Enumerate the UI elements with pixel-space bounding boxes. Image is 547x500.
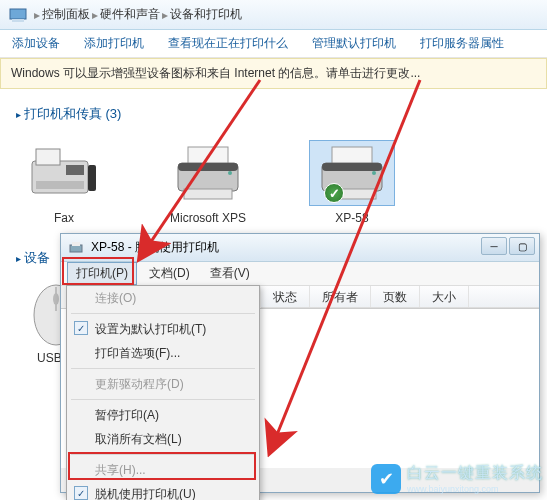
col-pages[interactable]: 页数 [371, 286, 420, 307]
dd-set-default[interactable]: ✓ 设置为默认打印机(T) [67, 317, 259, 341]
svg-point-16 [372, 171, 376, 175]
svg-rect-4 [66, 165, 84, 175]
svg-rect-3 [36, 149, 60, 165]
window-titlebar[interactable]: XP-58 - 脱机使用打印机 ─ ▢ [61, 234, 539, 262]
svg-rect-14 [322, 163, 382, 171]
menu-document[interactable]: 文档(D) [141, 263, 198, 284]
svg-rect-9 [178, 163, 238, 171]
separator [71, 368, 255, 369]
device-xp58[interactable]: ✓ XP-58 [304, 141, 400, 225]
dd-connect: 连接(O) [67, 286, 259, 310]
default-check-icon: ✓ [324, 183, 344, 203]
manage-default-link[interactable]: 管理默认打印机 [312, 35, 396, 52]
svg-rect-10 [184, 189, 232, 199]
svg-point-11 [228, 171, 232, 175]
printer-menu-dropdown: 连接(O) ✓ 设置为默认打印机(T) 打印首选项(F)... 更新驱动程序(D… [66, 285, 260, 500]
svg-rect-7 [188, 147, 228, 165]
check-icon: ✓ [74, 486, 88, 500]
svg-point-19 [53, 293, 59, 305]
device-label: Microsoft XPS [160, 211, 256, 225]
separator [71, 313, 255, 314]
breadcrumb-bar: ▸ 控制面板 ▸ 硬件和声音 ▸ 设备和打印机 [0, 0, 547, 30]
maximize-button[interactable]: ▢ [509, 237, 535, 255]
chevron-icon: ▸ [92, 8, 98, 22]
breadcrumb-item[interactable]: 硬件和声音 [100, 6, 160, 23]
dd-share: 共享(H)... [67, 458, 259, 482]
svg-rect-1 [12, 19, 24, 22]
dd-offline[interactable]: ✓ 脱机使用打印机(U) [67, 482, 259, 500]
check-icon: ✓ [74, 321, 88, 335]
separator [71, 454, 255, 455]
printer-small-icon [67, 239, 85, 257]
printer-icon [166, 141, 250, 205]
toolbar: 添加设备 添加打印机 查看现在正在打印什么 管理默认打印机 打印服务器属性 [0, 30, 547, 58]
chevron-icon: ▸ [34, 8, 40, 22]
fax-icon [22, 141, 106, 205]
printers-section-title[interactable]: 打印机和传真 (3) [16, 105, 531, 123]
svg-rect-20 [70, 245, 82, 252]
add-device-link[interactable]: 添加设备 [12, 35, 60, 52]
col-status[interactable]: 状态 [261, 286, 310, 307]
window-title: XP-58 - 脱机使用打印机 [91, 239, 219, 256]
dd-pause[interactable]: 暂停打印(A) [67, 403, 259, 427]
col-owner[interactable]: 所有者 [310, 286, 371, 307]
svg-rect-5 [88, 165, 96, 191]
col-size[interactable]: 大小 [420, 286, 469, 307]
watermark-text: 白云一键重装系统 [407, 463, 543, 484]
breadcrumb-item[interactable]: 设备和打印机 [170, 6, 242, 23]
svg-rect-12 [332, 147, 372, 165]
printer-grid: Fax Microsoft XPS [16, 133, 531, 241]
svg-rect-21 [72, 242, 80, 246]
queue-menubar: 打印机(P) 文档(D) 查看(V) [61, 262, 539, 286]
printer-icon: ✓ [310, 141, 394, 205]
dd-cancel-all[interactable]: 取消所有文档(L) [67, 427, 259, 451]
watermark: ✔ 白云一键重装系统 www.baiyunxitong.com [371, 463, 543, 494]
queue-column-headers: 状态 所有者 页数 大小 [261, 286, 539, 308]
watermark-logo-icon: ✔ [371, 464, 401, 494]
see-printing-link[interactable]: 查看现在正在打印什么 [168, 35, 288, 52]
minimize-button[interactable]: ─ [481, 237, 507, 255]
dd-preferences[interactable]: 打印首选项(F)... [67, 341, 259, 365]
add-printer-link[interactable]: 添加打印机 [84, 35, 144, 52]
svg-rect-0 [10, 9, 26, 19]
device-xps[interactable]: Microsoft XPS [160, 141, 256, 225]
separator [71, 399, 255, 400]
info-banner[interactable]: Windows 可以显示增强型设备图标和来自 Internet 的信息。请单击进… [0, 58, 547, 89]
svg-rect-6 [36, 181, 84, 189]
server-props-link[interactable]: 打印服务器属性 [420, 35, 504, 52]
device-label: XP-58 [304, 211, 400, 225]
device-fax[interactable]: Fax [16, 141, 112, 225]
menu-printer[interactable]: 打印机(P) [67, 262, 137, 285]
watermark-url: www.baiyunxitong.com [407, 484, 543, 494]
breadcrumb-item[interactable]: 控制面板 [42, 6, 90, 23]
menu-view[interactable]: 查看(V) [202, 263, 258, 284]
app-icon [7, 4, 29, 26]
chevron-icon: ▸ [162, 8, 168, 22]
device-label: Fax [16, 211, 112, 225]
dd-update-driver: 更新驱动程序(D) [67, 372, 259, 396]
